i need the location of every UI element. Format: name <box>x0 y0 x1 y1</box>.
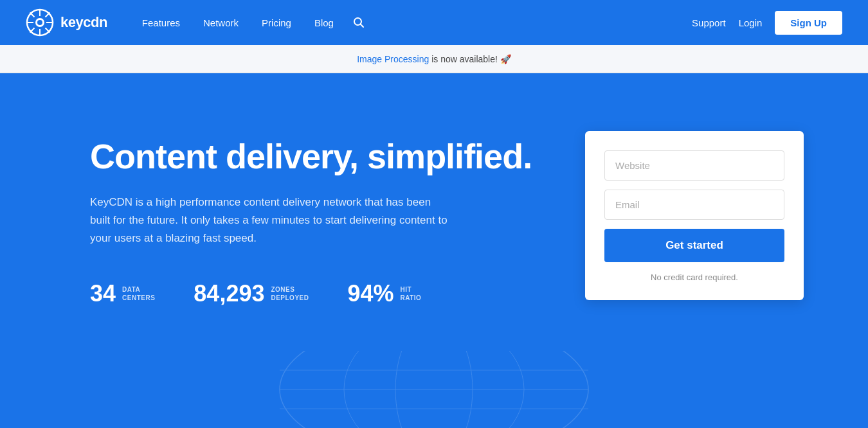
stat-label-centers: DATACENTERS <box>122 285 155 302</box>
signup-button[interactable]: Sign Up <box>775 11 842 35</box>
navbar: keycdn Features Network Pricing Blog Sup… <box>0 0 868 45</box>
svg-line-12 <box>360 24 363 28</box>
email-input[interactable] <box>604 190 784 220</box>
logo-text: keycdn <box>60 14 107 31</box>
announcement-text: Image Processing is now available! 🚀 <box>357 54 511 64</box>
stat-zones: 84,293 ZONESDEPLOYED <box>194 280 309 307</box>
announcement-banner: Image Processing is now available! 🚀 <box>0 45 868 73</box>
globe-decoration <box>273 351 595 428</box>
hero-stats: 34 DATACENTERS 84,293 ZONESDEPLOYED 94% … <box>90 280 532 307</box>
navbar-right: Support Login Sign Up <box>692 11 842 35</box>
no-credit-text: No credit card required. <box>604 272 784 282</box>
keycdn-logo-icon <box>26 8 54 37</box>
hero-content: Content delivery, simplified. KeyCDN is … <box>90 125 532 307</box>
website-input[interactable] <box>604 150 784 181</box>
announcement-link[interactable]: Image Processing <box>357 54 429 64</box>
nav-link-support[interactable]: Support <box>692 17 726 28</box>
nav-link-features[interactable]: Features <box>133 12 189 33</box>
nav-link-network[interactable]: Network <box>194 12 248 33</box>
stat-data-centers: 34 DATACENTERS <box>90 280 155 307</box>
svg-point-2 <box>37 20 42 25</box>
signup-card: Get started No credit card required. <box>585 131 804 300</box>
announcement-rest: is now available! 🚀 <box>429 54 511 64</box>
hero-description: KeyCDN is a high performance content del… <box>90 193 450 247</box>
nav-links: Features Network Pricing Blog <box>133 12 370 33</box>
nav-link-pricing[interactable]: Pricing <box>253 12 300 33</box>
nav-link-login[interactable]: Login <box>739 17 763 28</box>
get-started-button[interactable]: Get started <box>604 229 784 262</box>
search-icon[interactable] <box>348 12 370 33</box>
stat-label-hit: HITRATIO <box>401 285 422 302</box>
logo-area[interactable]: keycdn <box>26 8 107 37</box>
stat-hit-ratio: 94% HITRATIO <box>347 280 421 307</box>
nav-link-blog[interactable]: Blog <box>305 12 343 33</box>
stat-number-zones: 84,293 <box>194 280 264 307</box>
stat-number-centers: 34 <box>90 280 116 307</box>
stat-label-zones: ZONESDEPLOYED <box>271 285 309 302</box>
navbar-left: keycdn Features Network Pricing Blog <box>26 8 370 37</box>
hero-section: Content delivery, simplified. KeyCDN is … <box>0 73 868 428</box>
stat-number-hit: 94% <box>347 280 393 307</box>
hero-title: Content delivery, simplified. <box>90 138 532 175</box>
